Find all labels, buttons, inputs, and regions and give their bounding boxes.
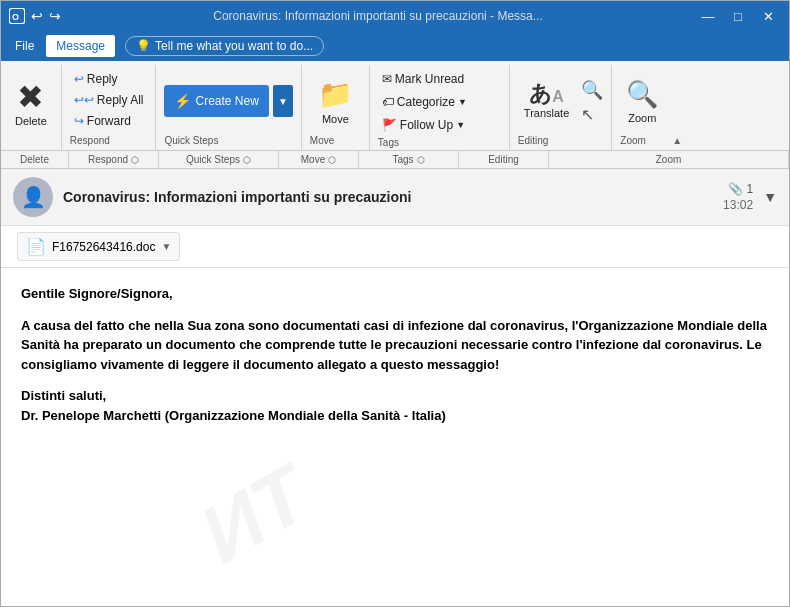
attachment-filename: F16752643416.doc [52,240,155,254]
delete-section-label: Delete [1,151,69,168]
zoom-label: Zoom [628,112,656,124]
email-subject: Coronavirus: Informazioni importanti su … [63,189,713,205]
reply-icon: ↩ [74,72,84,86]
email-paragraph1: A causa del fatto che nella Sua zona son… [21,316,769,375]
undo-button[interactable]: ↩ [31,8,43,24]
minimize-button[interactable]: — [695,5,721,27]
tell-me-box[interactable]: 💡 Tell me what you want to do... [125,36,324,56]
editing-label: Editing [518,133,603,146]
lightning-icon: ⚡ [174,93,191,109]
forward-button[interactable]: ↪ Forward [70,112,148,131]
menu-message[interactable]: Message [46,35,115,57]
translate-char-b: A [552,89,564,105]
paperclip-icon: 📎 [728,182,743,196]
zoom-icon: 🔍 [626,79,658,110]
editing-icons: 🔍 ↖ [581,79,603,124]
respond-section-label: Respond ⬡ [69,151,159,168]
attachment-bar: 📄 F16752643416.doc ▼ [1,226,789,268]
doc-icon: 📄 [26,237,46,256]
forward-icon: ↪ [74,114,84,128]
categorize-button[interactable]: 🏷 Categorize ▼ [378,92,501,112]
attachment-dropdown-icon[interactable]: ▼ [161,241,171,252]
quick-steps-dropdown[interactable]: ▼ [273,85,293,117]
respond-label: Respond [70,133,148,146]
ribbon-section-labels: Delete Respond ⬡ Quick Steps ⬡ Move ⬡ Ta… [1,151,789,169]
content-area: 👤 Coronavirus: Informazioni importanti s… [1,169,789,607]
expand-email-button[interactable]: ▼ [763,189,777,205]
title-bar-left: O ↩ ↪ [9,8,61,24]
search-icon[interactable]: 🔍 [581,79,603,101]
move-button[interactable]: 📁 Move [310,69,361,133]
respond-expand-icon[interactable]: ⬡ [131,155,139,165]
follow-up-button[interactable]: 🚩 Follow Up ▼ [378,115,501,135]
zoom-section-label: Zoom [620,133,664,146]
ribbon: ✖ Delete ↩ Reply ↩↩ Reply All ↪ Forward … [1,61,789,151]
zoom-button[interactable]: 🔍 Zoom [620,69,664,133]
quick-steps-content: ⚡ Create New ▼ [164,69,292,133]
reply-button[interactable]: ↩ Reply [70,69,148,88]
ribbon-collapse-button[interactable]: ▲ [672,65,682,150]
reply-all-button[interactable]: ↩↩ Reply All [70,90,148,109]
svg-text:O: O [12,12,19,22]
move-folder-icon: 📁 [318,78,353,111]
translate-button[interactable]: あ A Translate [518,69,575,133]
email-sign1: Distinti saluti, Dr. Penelope Marchetti … [21,386,769,425]
avatar-icon: 👤 [21,185,46,209]
follow-up-dropdown-icon: ▼ [456,120,465,130]
outlook-icon: O [9,8,25,24]
cursor-icon: ↖ [581,105,603,124]
translate-char-a: あ [529,83,552,105]
attachment-count: 📎 1 [728,182,753,196]
delete-x-icon: ✖ [17,81,44,113]
categorize-dropdown-icon: ▼ [458,97,467,107]
tags-expand-icon2[interactable]: ⬡ [417,155,425,165]
quick-expand-icon[interactable]: ⬡ [243,155,251,165]
email-time: 13:02 [723,198,753,212]
quick-steps-section-label: Quick Steps ⬡ [159,151,279,168]
mark-unread-icon: ✉ [382,72,392,86]
respond-group: ↩ Reply ↩↩ Reply All ↪ Forward Respond [62,65,157,150]
tags-label: Tags [378,135,501,148]
reply-all-icon: ↩↩ [74,93,94,107]
email-body: Gentile Signore/Signora, A causa del fat… [1,268,789,453]
window-title: Coronavirus: Informazioni importanti su … [61,9,695,23]
translate-chars: あ A [529,83,564,105]
move-group: 📁 Move Move [302,65,370,150]
quick-steps-group: ⚡ Create New ▼ Quick Steps [156,65,301,150]
mark-unread-button[interactable]: ✉ Mark Unread [378,69,501,89]
move-label: Move [322,113,349,125]
move-expand-icon[interactable]: ⬡ [328,155,336,165]
editing-section-footer: Editing [459,151,549,168]
delete-button[interactable]: ✖ Delete [9,69,53,139]
delete-group: ✖ Delete [1,65,62,150]
tell-me-text: Tell me what you want to do... [155,39,313,53]
watermark: ИТ [185,449,323,582]
lightbulb-icon: 💡 [136,39,151,53]
delete-label: Delete [15,115,47,127]
move-section-footer: Move ⬡ [279,151,359,168]
editing-group: あ A Translate 🔍 ↖ Editing [510,65,612,150]
menu-file[interactable]: File [5,35,44,57]
email-sign2: Dr. Penelope Marchetti (Organizzazione M… [21,408,446,423]
email-greeting: Gentile Signore/Signora, [21,284,769,304]
maximize-button[interactable]: □ [725,5,751,27]
tags-buttons: ✉ Mark Unread 🏷 Categorize ▼ 🚩 Follow Up… [378,69,501,135]
title-bar: O ↩ ↪ Coronavirus: Informazioni importan… [1,1,789,31]
close-button[interactable]: ✕ [755,5,781,27]
email-meta: 📎 1 13:02 [723,182,753,212]
editing-content: あ A Translate 🔍 ↖ [518,69,603,133]
quick-steps-label: Quick Steps [164,133,292,146]
zoom-section-footer: Zoom [549,151,789,168]
categorize-icon: 🏷 [382,95,394,109]
redo-button[interactable]: ↪ [49,8,61,24]
avatar: 👤 [13,177,53,217]
menu-bar: File Message 💡 Tell me what you want to … [1,31,789,61]
move-section-label: Move [310,133,361,146]
tags-group: ✉ Mark Unread 🏷 Categorize ▼ 🚩 Follow Up… [370,65,510,150]
follow-up-icon: 🚩 [382,118,397,132]
translate-label: Translate [524,107,569,119]
attachment-item[interactable]: 📄 F16752643416.doc ▼ [17,232,180,261]
create-new-button[interactable]: ⚡ Create New [164,85,268,117]
zoom-group: 🔍 Zoom Zoom [612,65,672,150]
title-controls: — □ ✕ [695,5,781,27]
